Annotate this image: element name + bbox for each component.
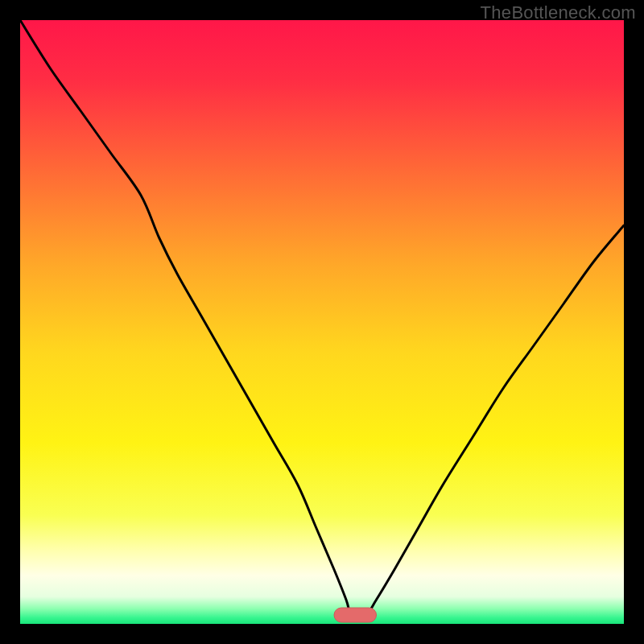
- optimal-marker: [334, 608, 377, 622]
- bottleneck-plot: [20, 20, 624, 624]
- chart-frame: TheBottleneck.com: [0, 0, 644, 644]
- plot-svg: [20, 20, 624, 624]
- gradient-background: [20, 20, 624, 624]
